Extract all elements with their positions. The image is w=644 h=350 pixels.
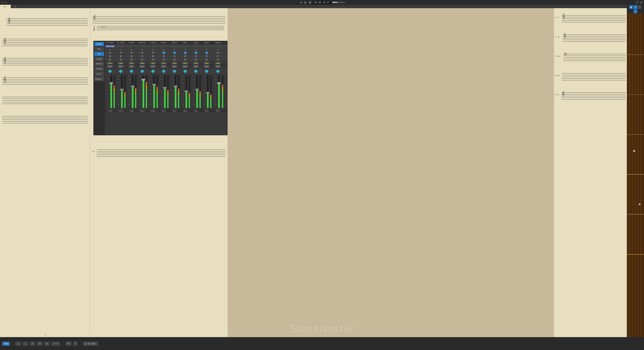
redo-icon[interactable]: ↪ [5, 1, 7, 4]
fader-handle-cello[interactable] [195, 89, 199, 90]
record-button[interactable]: ⏺ [308, 1, 312, 4]
fader-handle-acguitar[interactable] [120, 89, 124, 90]
trill-btn[interactable]: tr [44, 342, 50, 346]
knob-r2-ebass[interactable] [126, 54, 137, 58]
knob-r1-eguitar[interactable] [105, 51, 116, 54]
ornament-btn[interactable]: ~~~~ [51, 342, 60, 346]
knob-r2-acguitar[interactable] [116, 54, 126, 58]
menu-icon[interactable]: ☰ [640, 1, 642, 4]
fader-handle-drumset[interactable] [142, 79, 145, 80]
fader-handle-violin2[interactable] [174, 86, 177, 87]
diamond-master[interactable] [216, 69, 220, 73]
undo-icon[interactable]: ↩ [2, 1, 4, 4]
fader-track-master[interactable] [216, 75, 222, 108]
knob-r1-drumset[interactable] [137, 51, 148, 54]
knob-r1-epiano[interactable] [148, 51, 158, 54]
fader-handle-bass[interactable] [206, 92, 210, 94]
tab-1a[interactable]: 1a [11, 5, 20, 8]
diamond-bass[interactable] [205, 69, 209, 73]
fader-handle-epiano[interactable] [152, 84, 156, 86]
staff-id-btn[interactable]: E. Gt. Tech. [83, 342, 98, 346]
knob-r3-eguitar[interactable] [105, 58, 116, 62]
mixer-nav-bus[interactable]: Bus [94, 47, 104, 51]
knob-r2-epiano[interactable] [148, 54, 158, 58]
knob-r2-cello[interactable] [190, 54, 201, 58]
speaker-icon-btn[interactable]: ♪ [634, 10, 637, 13]
accidental-btn[interactable]: ♭♯ [15, 342, 21, 346]
knob-r1-cello[interactable] [190, 51, 201, 54]
fader-track-eguitar[interactable] [109, 75, 113, 108]
fader-handle-viola[interactable] [184, 90, 188, 92]
fader-track-epiano[interactable] [152, 75, 156, 108]
knob-r3-acguitar[interactable] [116, 58, 126, 62]
knob-r2-bass[interactable] [201, 54, 212, 58]
knob-r3-ebass[interactable] [126, 58, 137, 62]
barline-btn[interactable]: 𝄂 [73, 342, 78, 346]
knob-r1-violin1[interactable] [158, 51, 169, 54]
diamond-epiano[interactable] [151, 69, 155, 73]
fader-track-drumset[interactable] [141, 75, 145, 108]
knob-r3-bass[interactable] [201, 58, 212, 62]
amp-sim-btn[interactable]: Amp Sim ⏻ [106, 45, 115, 47]
knob-r1-bass[interactable] [201, 51, 212, 54]
note-btn[interactable]: ♩ [23, 342, 28, 346]
knob-r3-epiano[interactable] [148, 58, 158, 62]
mixer-nav-master[interactable]: Master [94, 42, 104, 46]
knob-r1-master[interactable] [212, 51, 224, 54]
fader-handle-ebass[interactable] [131, 86, 134, 87]
diamond-ebass[interactable] [130, 69, 134, 73]
diamond-drumset[interactable] [140, 69, 144, 73]
fader-track-acguitar[interactable] [120, 75, 124, 108]
play-button[interactable]: ▶ [304, 1, 307, 4]
list-view-btn[interactable]: ≡ [634, 5, 637, 9]
knob-r3-violin1[interactable] [158, 58, 169, 62]
fader-track-bass[interactable] [206, 75, 210, 108]
knob-r3-master[interactable] [212, 58, 224, 62]
fader-track-viola[interactable] [184, 75, 188, 108]
knob-r2-violin1[interactable] [158, 54, 169, 58]
fader-track-violin2[interactable] [174, 75, 178, 108]
fader-handle-master[interactable] [217, 82, 221, 84]
knob-r1-violin2[interactable] [169, 51, 180, 54]
knob-r2-eguitar[interactable] [105, 54, 116, 58]
knob-r1-acguitar[interactable] [116, 51, 126, 54]
plugin-row: Amp Sim ⏻ — — — — — — [105, 44, 227, 48]
rewind-button[interactable]: ⏮ [299, 1, 303, 4]
mixer-nav-rhythm[interactable]: Rhythm [94, 62, 104, 66]
fader-track-violin1[interactable] [163, 75, 167, 108]
knob-r1-ebass[interactable] [126, 51, 137, 54]
repeat-btn[interactable]: 𝄆𝄇 [66, 342, 72, 346]
tab-score[interactable]: Sco... [0, 5, 11, 8]
dynamic-btn[interactable]: f= [37, 342, 43, 346]
mixer-nav-all[interactable]: All [94, 52, 104, 56]
pencil-icon-btn[interactable]: ✏ [638, 5, 642, 9]
diamond-eguitar[interactable] [108, 69, 112, 73]
knob-r2-viola[interactable] [180, 54, 190, 58]
diamond-viola[interactable] [183, 69, 187, 73]
fader-handle-eguitar[interactable] [110, 82, 113, 84]
mixer-nav-rewire[interactable]: ReWire+ [94, 77, 104, 81]
fader-track-cello[interactable] [195, 75, 199, 108]
diamond-violin2[interactable] [172, 69, 176, 73]
diamond-violin1[interactable] [162, 69, 166, 73]
articulation-btn[interactable]: ↗ [30, 342, 35, 346]
knob-r3-viola[interactable] [180, 58, 190, 62]
knob-r1-viola[interactable] [180, 51, 190, 54]
grid-view-btn[interactable]: ▦ [629, 5, 633, 9]
knob-r3-violin2[interactable] [169, 58, 180, 62]
mixer-nav-vsti[interactable]: VSTi+ [94, 72, 104, 76]
mixer-nav-strings[interactable]: Strings [94, 66, 104, 71]
knob-r2-violin2[interactable] [169, 54, 180, 58]
diamond-acguitar[interactable] [119, 69, 123, 73]
knob-r2-drumset[interactable] [137, 54, 148, 58]
progress-bar[interactable] [332, 2, 345, 3]
diamond-cello[interactable] [194, 69, 198, 73]
mixer-nav-keybd[interactable]: Keybd [94, 57, 104, 61]
knob-r3-drumset[interactable] [137, 58, 148, 62]
fader-handle-violin1[interactable] [163, 87, 166, 89]
knob-r2-master[interactable] [212, 54, 224, 58]
knob-r3-cello[interactable] [190, 58, 201, 62]
meter-viola [189, 75, 190, 108]
fader-track-ebass[interactable] [130, 75, 134, 108]
text-tool-btn[interactable]: Text [2, 342, 10, 346]
